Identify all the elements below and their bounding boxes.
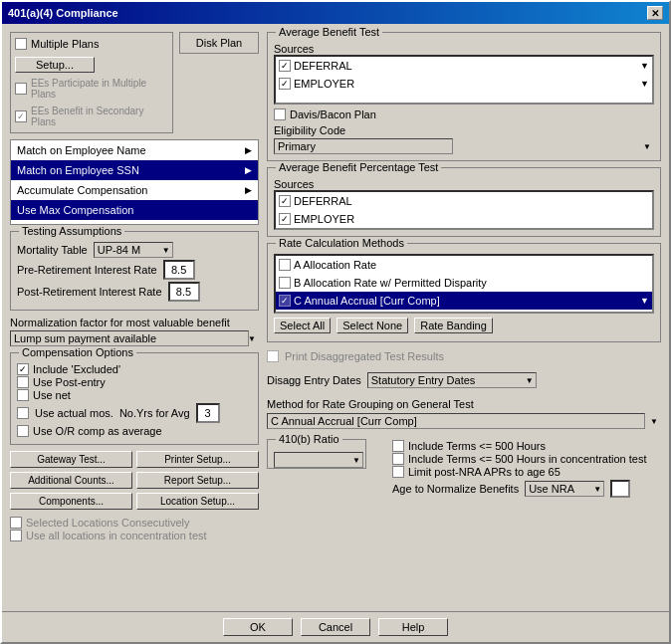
use-net-label: Use net [33, 389, 71, 401]
rate-c-label: C Annual Accrual [Curr Comp] [294, 295, 440, 307]
employer-checkbox[interactable] [279, 78, 291, 90]
method-grouping-section: Method for Rate Grouping on General Test… [267, 398, 661, 429]
pct-employer-label: EMPLOYER [294, 213, 354, 225]
use-actual-checkbox[interactable] [17, 407, 29, 419]
select-none-button[interactable]: Select None [336, 318, 408, 333]
nav-item-label: Match on Employee Name [17, 144, 146, 156]
ratio-group: 410(b) Ratio [267, 439, 366, 469]
pre-retirement-value: 8.5 [163, 260, 195, 280]
nav-item-match-name[interactable]: Match on Employee Name ▶ [11, 140, 258, 160]
cancel-button[interactable]: Cancel [301, 618, 370, 636]
include-excluded-checkbox[interactable] [17, 363, 29, 375]
use-all-locations-row: Use all locations in concentration test [10, 530, 259, 541]
deferral-checkbox[interactable] [279, 60, 291, 72]
rate-calc-item-a[interactable]: A Allocation Rate [276, 256, 652, 274]
pct-deferral-label: DEFERRAL [294, 195, 352, 207]
eligibility-select[interactable]: Primary Secondary [274, 138, 453, 154]
avg-benefit-sources: Sources DEFERRAL ▼ EMPLOYER ▼ [274, 43, 654, 154]
nav-item-match-ssn[interactable]: Match on Employee SSN ▶ [11, 160, 258, 180]
help-button[interactable]: Help [378, 618, 448, 636]
rate-c-arrow: ▼ [640, 296, 649, 306]
use-or-row: Use O/R comp as average [17, 425, 252, 437]
ees-benefit-label: EEs Benefit in Secondary Plans [31, 106, 168, 127]
use-net-row: Use net [17, 389, 252, 401]
top-plans-section: Multiple Plans Setup... EEs Participate … [10, 32, 259, 133]
avg-benefit-test-group: Average Benefit Test Sources DEFERRAL ▼ … [267, 32, 661, 161]
include-excluded-row: Include 'Excluded' [17, 363, 252, 375]
nav-item-accumulate[interactable]: Accumulate Compensation ▶ [11, 180, 258, 200]
no-yrs-label: No.Yrs for Avg [119, 407, 190, 419]
rate-calc-item-b[interactable]: B Allocation Rate w/ Permitted Disparity [276, 274, 652, 292]
components-button[interactable]: Components... [10, 493, 132, 510]
compensation-options-group: Compensation Options Include 'Excluded' … [10, 352, 259, 445]
rate-a-checkbox[interactable] [279, 259, 291, 271]
multiple-plans-checkbox[interactable] [15, 38, 27, 50]
use-actual-row: Use actual mos. No.Yrs for Avg 3 [17, 403, 252, 423]
multiple-plans-row: Multiple Plans [15, 38, 99, 50]
ratio-right: Include Terms <= 500 Hours Include Terms… [392, 439, 661, 500]
mortality-select-wrapper: UP-84 M 1983 GAM [94, 242, 173, 258]
method-grouping-select[interactable]: C Annual Accrual [Curr Comp] A Allocatio… [267, 413, 645, 429]
avg-benefit-deferral-item[interactable]: DEFERRAL ▼ [276, 57, 652, 75]
normalization-select[interactable]: Lump sum payment available Annuity [10, 330, 249, 346]
nav-item-use-max[interactable]: Use Max Compensation [11, 200, 258, 220]
disagg-entry-label: Disagg Entry Dates [267, 374, 361, 386]
disagg-entry-select[interactable]: Statutory Entry Dates Plan Entry Dates [367, 372, 537, 388]
rate-b-label: B Allocation Rate w/ Permitted Disparity [294, 277, 487, 289]
rate-banding-button[interactable]: Rate Banding [414, 318, 493, 333]
select-all-button[interactable]: Select All [274, 318, 331, 333]
use-net-checkbox[interactable] [17, 389, 29, 401]
use-post-entry-row: Use Post-entry [17, 376, 252, 388]
ees-benefit-checkbox[interactable] [15, 110, 27, 122]
include-terms-500-checkbox[interactable] [392, 440, 404, 452]
limit-post-nra-checkbox[interactable] [392, 466, 404, 478]
gateway-test-button[interactable]: Gateway Test... [10, 451, 132, 468]
avg-benefit-employer-item[interactable]: EMPLOYER ▼ [276, 75, 652, 93]
rate-calculation-title: Rate Calculation Methods [276, 237, 407, 249]
pct-employer-checkbox[interactable] [279, 213, 291, 225]
rate-calc-item-c[interactable]: C Annual Accrual [Curr Comp] ▼ [276, 292, 652, 310]
setup-button[interactable]: Setup... [15, 57, 95, 73]
additional-counts-button[interactable]: Additional Counts... [10, 472, 132, 489]
selected-locations-label: Selected Locations Consecutively [26, 517, 189, 529]
include-excluded-label: Include 'Excluded' [33, 363, 120, 375]
selected-locations-checkbox[interactable] [10, 517, 22, 529]
pct-deferral-item[interactable]: DEFERRAL [276, 192, 652, 210]
title-bar: 401(a)(4) Compliance ✕ [2, 2, 669, 24]
include-terms-500-conc-label: Include Terms <= 500 Hours in concentrat… [408, 453, 647, 465]
rate-c-checkbox[interactable] [279, 295, 291, 307]
include-terms-500-label: Include Terms <= 500 Hours [408, 440, 546, 452]
printer-setup-button[interactable]: Printer Setup... [136, 451, 259, 468]
eligibility-code-section: Eligibility Code Primary Secondary [274, 124, 654, 154]
ok-button[interactable]: OK [223, 618, 293, 636]
print-disagg-checkbox[interactable] [267, 350, 279, 362]
pct-deferral-checkbox[interactable] [279, 195, 291, 207]
close-button[interactable]: ✕ [647, 6, 663, 20]
ees-participate-row: EEs Participate in Multiple Plans [15, 78, 168, 100]
davis-bacon-checkbox[interactable] [274, 108, 286, 120]
ees-participate-checkbox[interactable] [15, 83, 27, 95]
report-setup-button[interactable]: Report Setup... [136, 472, 259, 489]
location-setup-button[interactable]: Location Setup... [136, 493, 259, 510]
include-terms-500-conc-checkbox[interactable] [392, 453, 404, 465]
use-or-checkbox[interactable] [17, 425, 29, 437]
use-post-entry-checkbox[interactable] [17, 376, 29, 388]
use-all-locations-checkbox[interactable] [10, 530, 22, 541]
mortality-select[interactable]: UP-84 M 1983 GAM [94, 242, 173, 258]
method-grouping-select-wrapper: C Annual Accrual [Curr Comp] A Allocatio… [267, 413, 661, 429]
age-normalize-select[interactable]: Use NRA Use 65 [525, 481, 604, 497]
multiple-plans-label: Multiple Plans [31, 38, 99, 50]
normalization-section: Normalization factor for most valuable b… [10, 317, 259, 346]
footer: OK Cancel Help [2, 611, 669, 642]
disk-plan-box: Disk Plan [179, 32, 259, 54]
post-retirement-label: Post-Retirement Interest Rate [17, 286, 162, 298]
rate-b-checkbox[interactable] [279, 277, 291, 289]
limit-post-nra-label: Limit post-NRA APRs to age 65 [408, 466, 560, 478]
multiple-plans-box: Multiple Plans Setup... EEs Participate … [10, 32, 173, 133]
ratio-section: 410(b) Ratio Include Terms <= 500 Hours [267, 439, 661, 500]
limit-post-nra-row: Limit post-NRA APRs to age 65 [392, 466, 661, 478]
age-normalize-extra [610, 480, 630, 498]
pct-employer-item[interactable]: EMPLOYER [276, 210, 652, 228]
age-normalize-select-wrapper: Use NRA Use 65 [525, 481, 604, 497]
ratio-select[interactable] [274, 452, 363, 468]
